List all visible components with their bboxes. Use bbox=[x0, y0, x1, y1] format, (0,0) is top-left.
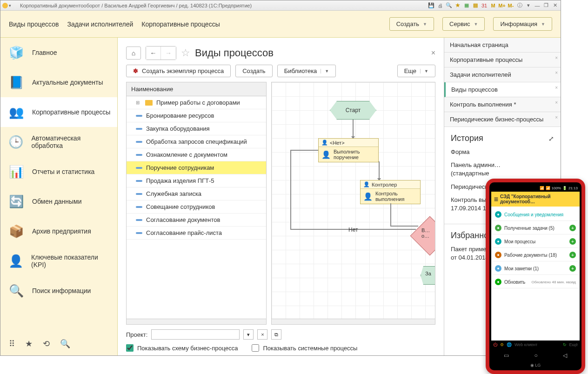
phone-item-4[interactable]: ●Мои заметки (1)+ bbox=[493, 262, 578, 275]
project-open[interactable]: ⧉ bbox=[271, 329, 281, 340]
show-schema-checkbox[interactable] bbox=[126, 344, 134, 352]
phone-more-label[interactable]: Ещё bbox=[569, 342, 578, 347]
sidebar-item-8[interactable]: 🔍Поиск информации bbox=[0, 276, 117, 306]
tab-close-icon[interactable]: × bbox=[555, 115, 558, 120]
show-system-checkbox[interactable] bbox=[252, 344, 259, 352]
phone-item-3[interactable]: ●Рабочие документы (18)+ bbox=[493, 249, 578, 261]
phone-web-label[interactable]: Web клиент bbox=[514, 342, 537, 347]
sidebar-item-3[interactable]: 🕒Автоматическая обработка bbox=[0, 127, 117, 157]
mplus-icon[interactable]: M+ bbox=[498, 2, 506, 9]
diagram-hscroll[interactable] bbox=[272, 319, 435, 324]
create-button[interactable]: Создать bbox=[235, 65, 272, 77]
sidebar-item-4[interactable]: 📊Отчеты и статистика bbox=[0, 157, 117, 187]
tree-row-10[interactable]: Согласование прайс-листа bbox=[127, 227, 266, 240]
print-icon[interactable]: 🖨 bbox=[436, 2, 444, 9]
sidebar-item-0[interactable]: 🧊Главное bbox=[0, 38, 117, 67]
home-button[interactable]: ⌂ bbox=[126, 47, 141, 60]
menu-item-0[interactable]: Виды процессов bbox=[9, 20, 59, 28]
phone-item-2[interactable]: ●Мои процессы+ bbox=[493, 235, 578, 248]
phone-power-icon[interactable]: ⏻ bbox=[493, 342, 497, 347]
preview-icon[interactable]: 🔍 bbox=[445, 2, 453, 9]
tree-row-7[interactable]: Служебная записка bbox=[127, 187, 266, 200]
fav-icon[interactable]: ★ bbox=[25, 339, 33, 349]
sidebar-item-7[interactable]: 👤Ключевые показатели (KPI) bbox=[0, 246, 117, 276]
minimize-icon[interactable]: — bbox=[534, 2, 541, 9]
project-input[interactable] bbox=[151, 329, 240, 340]
diagram-task-node-2[interactable]: 👤Контролер 👤Контроль выполнения bbox=[360, 180, 421, 204]
diagram-canvas[interactable]: Старт 👤<Нет> 👤Выполнить поручение 👤Контр… bbox=[271, 82, 435, 325]
tree-row-8[interactable]: Совещание сотрудников bbox=[127, 200, 266, 214]
tree-row-2[interactable]: Закупка оборудования bbox=[127, 122, 266, 135]
right-tab-5[interactable]: Периодические бизнес-процессы× bbox=[444, 112, 561, 127]
create-instance-button[interactable]: ✽Создать экземпляр процесса bbox=[126, 65, 231, 77]
history-icon[interactable]: ⟲ bbox=[43, 339, 50, 349]
apps-icon[interactable]: ⠿ bbox=[9, 339, 15, 349]
right-tab-4[interactable]: Контроль выполнения *× bbox=[444, 97, 561, 112]
right-tab-1[interactable]: Корпоративные процессы× bbox=[444, 53, 561, 67]
diagram-task-node-1[interactable]: 👤<Нет> 👤Выполнить поручение bbox=[318, 138, 379, 162]
save-icon[interactable]: 💾 bbox=[428, 2, 435, 9]
tree-hscroll[interactable] bbox=[127, 319, 266, 324]
info-menu[interactable]: Информация▼ bbox=[493, 17, 552, 31]
phone-item-0[interactable]: ●Сообщения и уведомления bbox=[493, 208, 578, 221]
sidebar-item-2[interactable]: 👥Корпоративные процессы bbox=[0, 97, 117, 127]
tree-row-5[interactable]: Поручение сотрудникам bbox=[127, 161, 266, 174]
calc-icon[interactable]: ▤ bbox=[472, 2, 479, 9]
phone-add-icon[interactable]: + bbox=[569, 252, 576, 258]
phone-home-icon[interactable]: ○ bbox=[534, 352, 537, 359]
project-dropdown[interactable]: ▾ bbox=[243, 329, 254, 340]
diagram-start-node[interactable]: Старт bbox=[330, 101, 376, 120]
sidebar-item-1[interactable]: 📘Актуальные документы bbox=[0, 67, 117, 97]
tree-row-9[interactable]: Согласование документов bbox=[127, 214, 266, 227]
phone-add-icon[interactable]: + bbox=[569, 238, 576, 245]
phone-menu-icon[interactable]: ☰ bbox=[494, 197, 498, 202]
tab-close-icon[interactable]: × bbox=[555, 70, 558, 75]
tab-close-icon[interactable]: × bbox=[555, 85, 558, 90]
restore-icon[interactable]: ❐ bbox=[542, 2, 550, 9]
menu-item-2[interactable]: Корпоративные процессы bbox=[141, 20, 220, 28]
right-tab-0[interactable]: Начальная страница bbox=[444, 38, 561, 53]
history-item-1[interactable]: Панель админи… (стандартные bbox=[451, 161, 554, 178]
sidebar-item-6[interactable]: 📦Архив предприятия bbox=[0, 216, 117, 246]
menu-item-1[interactable]: Задачи исполнителей bbox=[67, 20, 133, 28]
m-icon[interactable]: M bbox=[489, 2, 497, 9]
phone-add-icon[interactable]: + bbox=[569, 225, 576, 231]
close-icon[interactable]: ✕ bbox=[551, 2, 559, 9]
close-page-icon[interactable]: × bbox=[431, 49, 435, 57]
phone-item-5[interactable]: ●ОбновитьОбновлено 48 мин. назад bbox=[493, 276, 578, 288]
favorite-star-icon[interactable]: ☆ bbox=[181, 47, 190, 59]
info-icon[interactable]: ⓘ bbox=[516, 2, 523, 9]
phone-back-icon[interactable]: ◁ bbox=[563, 352, 567, 359]
library-button[interactable]: Библиотека▼ bbox=[277, 65, 336, 77]
tree-row-6[interactable]: Продажа изделия ПГТ-5 bbox=[127, 174, 266, 187]
tab-close-icon[interactable]: × bbox=[555, 100, 558, 105]
right-tab-2[interactable]: Задачи исполнителей× bbox=[444, 67, 561, 82]
create-menu[interactable]: Создать▼ bbox=[389, 17, 434, 31]
tab-close-icon[interactable]: × bbox=[555, 55, 558, 60]
phone-web-icon[interactable]: 🌐 bbox=[507, 342, 512, 347]
grid-icon[interactable]: ▦ bbox=[463, 2, 470, 9]
project-clear[interactable]: × bbox=[257, 329, 267, 340]
history-item-0[interactable]: Форма bbox=[451, 148, 554, 156]
forward-button[interactable]: → bbox=[161, 47, 176, 60]
back-button[interactable]: ← bbox=[146, 47, 161, 60]
tree-row-0[interactable]: Пример работы с договорами bbox=[127, 96, 266, 109]
phone-add-icon[interactable]: + bbox=[569, 265, 576, 272]
phone-recent-icon[interactable]: ▭ bbox=[504, 352, 509, 359]
dropdown-icon[interactable]: ▾ bbox=[525, 2, 532, 9]
calendar-icon[interactable]: 31 bbox=[481, 2, 488, 9]
history-expand-icon[interactable]: ⤢ bbox=[548, 135, 554, 142]
search-icon[interactable]: 🔍 bbox=[60, 339, 70, 349]
tree-row-4[interactable]: Ознакомление с документом bbox=[127, 148, 266, 161]
phone-more-icon[interactable]: ↻ bbox=[563, 342, 567, 347]
more-button[interactable]: Еще▼ bbox=[397, 65, 435, 77]
tree-row-3[interactable]: Обработка запросов спецификаций bbox=[127, 135, 266, 148]
right-tab-3[interactable]: Виды процессов× bbox=[444, 82, 561, 97]
mminus-icon[interactable]: M- bbox=[507, 2, 514, 9]
phone-item-1[interactable]: ●Полученные задачи (5)+ bbox=[493, 222, 578, 234]
star-icon[interactable]: ★ bbox=[454, 2, 461, 9]
phone-gear-icon[interactable]: ⚙ bbox=[500, 342, 504, 347]
service-menu[interactable]: Сервис▼ bbox=[442, 17, 485, 31]
sidebar-item-5[interactable]: 🔄Обмен данными bbox=[0, 187, 117, 216]
tree-row-1[interactable]: Бронирование ресурсов bbox=[127, 109, 266, 122]
